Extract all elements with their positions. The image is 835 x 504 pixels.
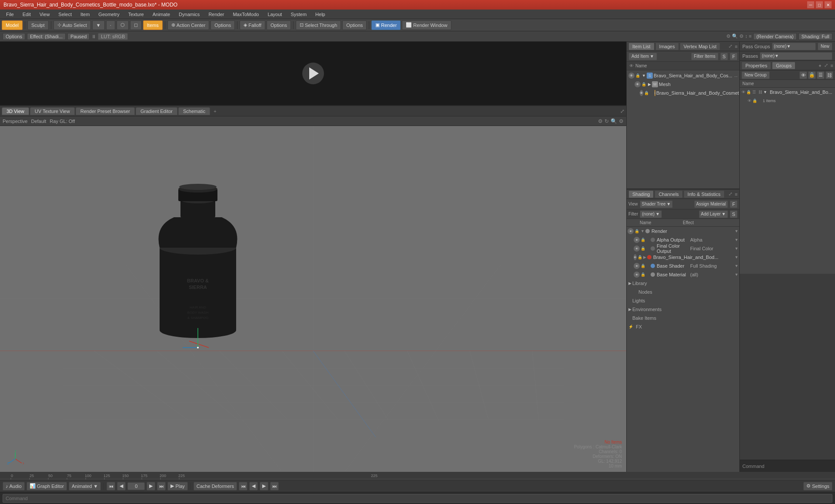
sh-section-nodes[interactable]: ▶ Nodes <box>627 288 739 296</box>
shading-content[interactable]: 👁 🔒 ▼ Render ▼ 👁 🔒 ▶ Alpha Output Alpha <box>627 227 739 472</box>
eye-icon[interactable]: 👁 <box>628 73 635 79</box>
eye-icon[interactable]: 👁 <box>634 237 640 243</box>
sh-f-btn[interactable]: F <box>730 200 738 208</box>
auto-select-btn[interactable]: ⊹ Auto Select <box>53 20 91 30</box>
assign-material-btn[interactable]: Assign Material <box>694 200 728 208</box>
cache-icon-3[interactable]: ▶ <box>260 482 268 491</box>
menu-item-render[interactable]: Render <box>205 11 227 18</box>
options-label[interactable]: Options <box>3 33 25 40</box>
transport-back-btn[interactable]: ◀ <box>117 482 126 491</box>
tab-vertex-map-list[interactable]: Vertex Map List <box>680 43 721 50</box>
expand-arrow[interactable]: ▼ <box>642 73 646 78</box>
eye-icon[interactable]: 👁 <box>628 228 634 234</box>
tb-icon-edge[interactable]: ⬡ <box>117 20 129 30</box>
play-btn[interactable]: ▶ Play <box>167 482 187 491</box>
perspective-label[interactable]: Perspective <box>3 119 27 124</box>
add-item-btn[interactable]: Add Item ▼ <box>628 53 657 60</box>
group-expand[interactable]: ▼ <box>763 90 767 94</box>
close-btn[interactable]: ✕ <box>825 1 832 8</box>
tab-properties[interactable]: Properties <box>741 62 771 70</box>
list-item[interactable]: 👁 🔒 ▶ M Mesh <box>627 80 739 89</box>
tab-channels[interactable]: Channels <box>655 190 682 198</box>
options-btn-1[interactable]: Options <box>210 20 235 30</box>
transport-prev-btn[interactable]: ⏮ <box>107 482 115 491</box>
sh-s-btn[interactable]: S <box>730 210 738 218</box>
sh-section-bake[interactable]: ▶ Bake Items <box>627 314 739 322</box>
ray-gl-label[interactable]: Ray GL: Off <box>50 119 75 124</box>
zoom-icon[interactable]: 🔍 <box>611 118 617 124</box>
animated-dropdown[interactable]: Animated ▼ <box>69 482 101 491</box>
falloff-btn[interactable]: ◈ Falloff <box>240 20 265 30</box>
pg-menu-icon[interactable]: ≡ <box>831 63 833 68</box>
gt-lock-btn[interactable]: 🔒 <box>808 71 816 79</box>
passes-dropdown[interactable]: (none) ▼ <box>760 52 832 60</box>
effect-label[interactable]: Effect: (Shadi... <box>27 33 66 40</box>
tb-icon-poly[interactable]: ◻ <box>130 20 142 30</box>
il-menu-icon[interactable]: ≡ <box>735 44 738 49</box>
menu-item-texture[interactable]: Texture <box>125 11 147 18</box>
settings-btn[interactable]: ⚙ Settings <box>803 482 832 491</box>
shading-row[interactable]: 👁 🔒 ▶ Alpha Output Alpha ▼ <box>627 235 739 244</box>
graph-editor-btn[interactable]: 📊 Graph Editor <box>27 482 67 491</box>
tab-schematic[interactable]: Schematic <box>178 107 210 115</box>
default-label[interactable]: Default <box>31 119 46 124</box>
shading-row[interactable]: 👁 🔒 ▶ Base Shader Full Shading ▼ <box>627 262 739 270</box>
tab-uv-texture[interactable]: UV Texture View <box>30 107 75 115</box>
transport-fwd-btn[interactable]: ▶ <box>147 482 155 491</box>
sh-section-fx[interactable]: ⚡ FX <box>627 322 739 331</box>
group-item[interactable]: 👁 🔒 1 Items <box>740 96 835 105</box>
minimize-btn[interactable]: ─ <box>807 1 814 8</box>
sh-section-lights[interactable]: ▶ Lights <box>627 296 739 305</box>
tab-render-preset[interactable]: Render Preset Browser <box>76 107 135 115</box>
item-list-content[interactable]: 👁 🔒 ▼ S Bravo_Sierra_Hair_and_Body_Cos..… <box>627 70 739 189</box>
items-btn[interactable]: Items <box>143 20 163 30</box>
expand-icon[interactable]: ▼ <box>641 229 645 233</box>
cache-deformers-btn[interactable]: Cache Deformers <box>194 482 237 491</box>
sculpt-btn[interactable]: Sculpt <box>27 20 49 30</box>
action-center-btn[interactable]: ⊕ Action Center <box>167 20 210 30</box>
il-expand-icon[interactable]: ⤢ <box>728 43 732 49</box>
menu-item-dynamics[interactable]: Dynamics <box>175 11 203 18</box>
new-group-btn[interactable]: New Group <box>741 71 770 79</box>
group-eye[interactable]: 👁 <box>741 90 745 94</box>
eye-icon[interactable]: 👁 <box>634 254 637 260</box>
render-btn[interactable]: ▣ Render <box>371 20 401 30</box>
menu-item-edit[interactable]: Edit <box>19 11 34 18</box>
sh-expand-icon[interactable]: ⤢ <box>728 191 732 197</box>
shader-tree-dropdown[interactable]: Shader Tree ▼ <box>640 200 673 208</box>
pass-groups-new-btn[interactable]: New <box>818 43 832 50</box>
frame-input[interactable] <box>127 482 145 490</box>
menu-item-select[interactable]: Select <box>55 11 75 18</box>
eye-icon[interactable]: 👁 <box>634 245 640 252</box>
cache-icon-4[interactable]: ⏭ <box>270 482 279 491</box>
sh-section-library[interactable]: ▶ Library <box>627 279 739 288</box>
gt-prop-btn[interactable]: ☰ <box>817 71 825 79</box>
menu-item-layout[interactable]: Layout <box>264 11 285 18</box>
eye-icon[interactable]: 👁 <box>635 81 641 87</box>
menu-item-view[interactable]: View <box>36 11 53 18</box>
shading-full[interactable]: Shading: Full <box>798 33 832 40</box>
shading-row[interactable]: 👁 🔒 ▶ Final Color Output Final Color ▼ <box>627 244 739 253</box>
settings-icon[interactable]: ⚙ <box>598 118 603 124</box>
options-btn-3[interactable]: Options <box>342 20 367 30</box>
groups-content[interactable]: 👁 🔒 ☰ ⛓ ▼ Bravo_Sierra_Hair_and_Bo... 👁 … <box>740 88 835 274</box>
add-tab-btn[interactable]: + <box>211 108 219 115</box>
render-window-btn[interactable]: ⬜ Render Window <box>402 20 451 30</box>
tb-icon-v[interactable]: ▼ <box>92 20 105 30</box>
menu-item-system[interactable]: System <box>287 11 310 18</box>
group-eye[interactable]: 👁 <box>748 99 752 103</box>
menu-item-geometry[interactable]: Geometry <box>95 11 123 18</box>
add-layer-btn[interactable]: Add Layer ▼ <box>699 210 728 218</box>
tab-item-list[interactable]: Item List <box>628 43 655 50</box>
audio-btn[interactable]: ♪ Audio <box>3 482 25 491</box>
viewport-canvas[interactable]: BRAVO & SIERRA HAIR AND BODY WASH & SHAM… <box>0 126 626 472</box>
sh-menu-icon[interactable]: ≡ <box>735 192 738 197</box>
tab-images[interactable]: Images <box>655 43 679 50</box>
menu-item-maxtomodo[interactable]: MaxToModo <box>229 11 262 18</box>
gear-icon[interactable]: ⚙ <box>619 118 624 124</box>
library-expand[interactable]: ▶ <box>628 281 631 285</box>
eye-icon[interactable]: 👁 <box>634 272 640 278</box>
menu-item-item[interactable]: Item <box>77 11 93 18</box>
rotate-icon[interactable]: ↻ <box>605 118 609 124</box>
filter-dropdown[interactable]: (none) ▼ <box>640 210 662 218</box>
